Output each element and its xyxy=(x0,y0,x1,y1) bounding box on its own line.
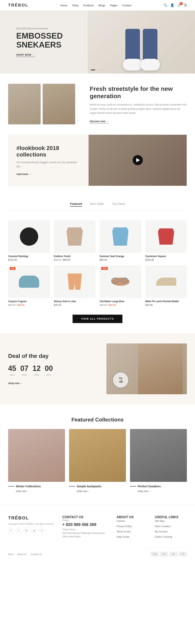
next-arrow-icon[interactable]: › xyxy=(77,118,78,122)
collection-name: Simple backpacks xyxy=(77,485,101,488)
nav-pages[interactable]: Pages xyxy=(110,4,118,7)
pinterest-icon[interactable]: p xyxy=(31,528,37,533)
hero-section: Extra 20% discount at checkout! EMBOSSED… xyxy=(0,10,195,74)
account-icon[interactable]: 👤 xyxy=(170,3,174,7)
product-card[interactable]: Skinny Suit In Lilac $35.00 xyxy=(54,266,96,306)
product-tabs: Featured Best Seller Top Rated xyxy=(8,202,187,210)
product-card[interactable]: Endless Youth $90.00 $88.00 xyxy=(54,220,96,261)
footer-link-contact[interactable]: Contact xyxy=(116,520,125,522)
product-name: Caramel Rainbag xyxy=(8,255,50,258)
product-card[interactable]: Cashmere Square $200.00 xyxy=(145,220,187,261)
product-name: Endless Youth xyxy=(54,255,96,258)
sale-badge: -10% xyxy=(101,267,108,270)
tab-featured[interactable]: Featured xyxy=(70,202,82,207)
collection-image-2 xyxy=(69,429,126,482)
footer-bottom-contact[interactable]: Contact Us xyxy=(31,553,42,556)
navbar: TRÉBOL Home Shop Products Blogs Pages Co… xyxy=(0,0,195,10)
footer-link-terms[interactable]: Terms of use xyxy=(116,530,130,533)
nav-blogs[interactable]: Blogs xyxy=(98,4,105,7)
nav-contact[interactable]: Contact xyxy=(122,4,132,7)
footer-about-links: Contact Privacy Policy Terms of use Help… xyxy=(116,519,149,538)
countdown-timer: 45 days 07 hours 12 mins 00 secs xyxy=(8,364,98,376)
product-price: $130.00 xyxy=(8,258,50,261)
lookbook-body: Our favourite lifestyle blogger reveals … xyxy=(16,160,80,169)
product-card[interactable]: -5% Canyon Cognac $99.99 $40.00 xyxy=(8,266,50,306)
collection-image-3 xyxy=(130,429,187,482)
product-price: $35.00 xyxy=(54,304,96,306)
deal-content: Deal of the day 45 days 07 hours 12 mins… xyxy=(8,353,98,385)
amex-icon: AE xyxy=(170,552,178,556)
sneaker-icon xyxy=(19,276,39,288)
cart-icon[interactable]: 🛒4 xyxy=(177,3,181,7)
vimeo-icon[interactable]: v xyxy=(39,528,45,533)
logo: TRÉBOL xyxy=(8,3,28,8)
footer-link-orders[interactable]: Orders Tracking xyxy=(155,536,172,538)
discover-link[interactable]: discover now → xyxy=(90,120,108,123)
footer: TRÉBOL Copyright ©2018 TRÉBOL, All right… xyxy=(0,505,195,563)
footer-brand-col: TRÉBOL Copyright ©2018 TRÉBOL, All right… xyxy=(8,515,56,540)
view-all-button[interactable]: VIEW ALL PRODUCTS xyxy=(72,314,122,323)
hero-cta-button[interactable]: SHOP NOW → xyxy=(16,54,35,57)
collection-link[interactable]: shop now → xyxy=(8,490,30,492)
tab-top-rated[interactable]: Top Rated xyxy=(112,202,125,207)
product-card[interactable]: Caramel Rainbag $130.00 xyxy=(8,220,50,261)
nav-products[interactable]: Products xyxy=(83,4,94,7)
product-price: $200.00 xyxy=(145,258,187,261)
product-card[interactable]: Wide Fit Latch Pointed Ballet $30.00 xyxy=(145,266,187,306)
facebook-icon[interactable]: f xyxy=(8,528,14,533)
prev-arrow-icon[interactable]: ‹ xyxy=(77,86,78,90)
footer-link-store-location[interactable]: Store Location xyxy=(155,525,170,528)
products-grid: Caramel Rainbag $130.00 Endless Youth $9… xyxy=(0,220,195,310)
footer-phone: + 820 989 456 369 xyxy=(62,522,110,527)
collection-link[interactable]: shop now → xyxy=(130,490,151,492)
deal-shop-now-link[interactable]: shop now → xyxy=(8,382,22,385)
product-image: -5% xyxy=(8,266,50,298)
product-image: -10% xyxy=(100,266,141,298)
collection-card[interactable]: Winter Collections shop now → xyxy=(8,429,65,493)
collection-divider xyxy=(8,486,14,486)
read-more-link[interactable]: read more → xyxy=(16,173,80,176)
instagram-icon[interactable]: in xyxy=(24,528,29,533)
street-title: Fresh streetstyle for the new generation xyxy=(90,85,187,100)
product-card[interactable]: Summer Seal Orange $89.00 xyxy=(100,220,141,261)
arrow-right-icon: → xyxy=(32,54,35,56)
footer-contact-title: CONTACT US xyxy=(62,515,110,519)
nav-shop[interactable]: Shop xyxy=(72,4,78,7)
twitter-icon[interactable]: t xyxy=(16,528,22,533)
collection-link[interactable]: shop now → xyxy=(69,490,90,492)
street-images: ‹ › xyxy=(8,84,80,124)
footer-about-title: ABOUT US xyxy=(116,515,149,519)
mastercard-icon: MC xyxy=(160,552,168,556)
footer-link-sitemap[interactable]: Site Map xyxy=(155,520,164,522)
nav-home[interactable]: Home xyxy=(60,4,68,7)
menu-icon[interactable]: ☰ xyxy=(184,3,187,7)
footer-phone-label: Phone: xyxy=(62,519,110,522)
footer-useful-col: USEFUL LINKS Site Map Store Location My … xyxy=(155,515,187,540)
collection-card[interactable]: Simple backpacks shop now → xyxy=(69,429,126,493)
footer-useful-links: Site Map Store Location My Account Order… xyxy=(155,519,187,538)
nav-menu: Home Shop Products Blogs Pages Contact xyxy=(60,4,132,7)
footer-bottom-links: Shop About Us Contact Us xyxy=(8,553,42,556)
collection-card[interactable]: Perfect Sneakers shop now → xyxy=(130,429,187,493)
hero-image xyxy=(88,10,195,74)
play-button[interactable] xyxy=(133,155,143,165)
lookbook-video xyxy=(88,135,187,186)
product-name: Skinny Suit In Lilac xyxy=(54,300,96,303)
footer-link-privacy[interactable]: Privacy Policy xyxy=(116,525,132,528)
countdown-hours: 07 hours xyxy=(20,364,28,376)
tab-best-seller[interactable]: Best Seller xyxy=(90,202,104,207)
product-price: $99.99 $40.00 xyxy=(8,304,50,306)
footer-link-my-account[interactable]: My Account xyxy=(155,530,168,533)
product-price: $60.00 $40.00 xyxy=(100,304,141,306)
products-section: Featured Best Seller Top Rated xyxy=(0,194,195,220)
product-card[interactable]: -10% Ted Baker Larga Bow $60.00 $40.00 xyxy=(100,266,141,306)
footer-link-help[interactable]: Help Center xyxy=(116,536,130,538)
footer-useful-title: USEFUL LINKS xyxy=(155,515,187,519)
footer-bottom: Shop About Us Contact Us VISA MC AE PP xyxy=(8,548,187,556)
product-name: Ted Baker Larga Bow xyxy=(100,300,141,303)
footer-bottom-shop[interactable]: Shop xyxy=(8,553,14,556)
search-icon[interactable]: 🔍 xyxy=(163,3,168,7)
countdown-mins: 12 mins xyxy=(32,364,40,376)
deal-section: Deal of the day 45 days 07 hours 12 mins… xyxy=(0,333,195,404)
footer-bottom-about[interactable]: About Us xyxy=(18,553,26,556)
